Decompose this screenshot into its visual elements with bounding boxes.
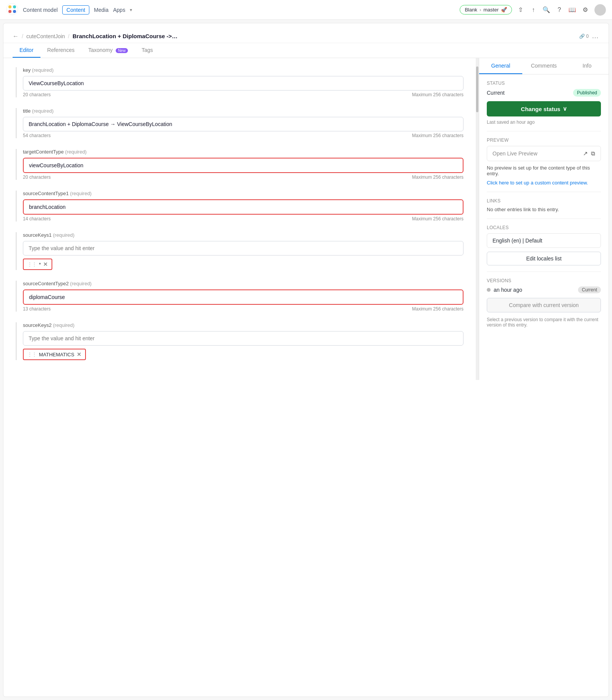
link-icon: 🔗	[579, 34, 585, 39]
logo	[6, 3, 18, 16]
topnav: Content model Content Media Apps ▾ Blank…	[0, 0, 612, 20]
preview-icon-group: ↗ ⧉	[583, 150, 595, 157]
tag-value: MATHEMATICS	[39, 352, 74, 357]
version-row: an hour ago Current	[487, 286, 601, 293]
upload-icon[interactable]: ↑	[530, 6, 537, 14]
nav-media[interactable]: Media	[94, 7, 108, 13]
field-targetcontenttype-meta: 20 characters Maximum 256 characters	[23, 175, 463, 180]
field-sourcekeys1-label: sourceKeys1 (required)	[23, 232, 463, 238]
field-sourcekeys1-input[interactable]	[23, 241, 463, 255]
svg-point-2	[13, 5, 16, 8]
field-key: key (required) 20 characters Maximum 256…	[16, 67, 463, 97]
right-panel-body: Status Current Published Change status ∨…	[479, 74, 609, 380]
field-sourcekeys2-input[interactable]	[23, 331, 463, 346]
change-status-button[interactable]: Change status ∨	[487, 101, 601, 116]
scrollbar-thumb[interactable]	[476, 66, 478, 112]
field-sourcecontenttype2-input[interactable]	[23, 289, 463, 305]
field-sourcecontenttype1-label: sourceContentType1 (required)	[23, 191, 463, 196]
field-sourcecontenttype1: sourceContentType1 (required) 14 charact…	[16, 191, 463, 221]
branch-selector[interactable]: Blank › master 🚀	[460, 5, 512, 15]
edit-locales-button[interactable]: Edit locales list	[487, 252, 601, 265]
last-saved-text: Last saved an hour ago	[487, 120, 601, 125]
right-tab-general[interactable]: General	[479, 58, 522, 74]
field-title-label: title (required)	[23, 108, 463, 114]
field-sourcecontenttype2-meta: 13 characters Maximum 256 characters	[23, 306, 463, 312]
scrollbar[interactable]	[476, 58, 479, 380]
field-targetcontenttype-input[interactable]	[23, 158, 463, 173]
current-label: Current	[487, 90, 505, 96]
setup-preview-link[interactable]: Click here to set up a custom content pr…	[487, 180, 588, 186]
editor-layout: key (required) 20 characters Maximum 256…	[3, 58, 609, 380]
entry-title: BranchLocation + DiplomaCourse ->…	[73, 33, 576, 39]
branch-arrow: ›	[480, 7, 481, 13]
book-icon[interactable]: 📖	[568, 6, 576, 14]
link-badge: 🔗 0	[579, 34, 589, 39]
nav-apps[interactable]: Apps	[113, 7, 125, 13]
taxonomy-new-badge: New	[116, 48, 128, 53]
branch-rocket: 🚀	[501, 7, 507, 13]
status-badge: Published	[573, 89, 601, 97]
tag-remove-button[interactable]: ✕	[77, 351, 81, 357]
sourcekeys2-tag-mathematics: ⋮⋮ MATHEMATICS ✕	[23, 349, 86, 360]
entry-header: ← / cuteContentJoin / BranchLocation + D…	[3, 23, 609, 43]
help-icon[interactable]: ?	[555, 6, 563, 14]
tab-taxonomy[interactable]: Taxonomy New	[81, 43, 135, 58]
nav-apps-chevron: ▾	[130, 7, 132, 13]
divider-preview	[487, 131, 601, 131]
chevron-down-icon: ∨	[563, 105, 567, 112]
compare-version-button[interactable]: Compare with current version	[487, 298, 601, 312]
version-current-badge: Current	[578, 286, 601, 293]
field-sourcecontenttype2: sourceContentType2 (required) 13 charact…	[16, 281, 463, 312]
svg-point-1	[8, 5, 11, 8]
field-title: title (required) 54 characters Maximum 2…	[16, 108, 463, 138]
more-options-button[interactable]: …	[592, 32, 599, 40]
tab-references[interactable]: References	[40, 43, 82, 58]
user-avatar[interactable]	[594, 4, 606, 16]
status-section-label: Status	[487, 81, 601, 86]
nav-content-model[interactable]: Content model	[23, 7, 58, 13]
copy-link-icon[interactable]: ⧉	[591, 150, 595, 157]
field-sourcekeys1: sourceKeys1 (required) ⋮⋮ * ✕	[16, 232, 463, 270]
topnav-actions: ⇧ ↑ 🔍 ? 📖 ⚙	[517, 4, 606, 16]
breadcrumb-space[interactable]: cuteContentJoin	[26, 33, 65, 39]
right-tab-info[interactable]: Info	[565, 58, 609, 74]
locales-section-label: Locales	[487, 225, 601, 230]
preview-box: Open Live Preview ↗ ⧉	[487, 146, 601, 161]
svg-point-4	[13, 10, 16, 13]
field-sourcecontenttype2-label: sourceContentType2 (required)	[23, 281, 463, 286]
sourcekeys2-tags: ⋮⋮ MATHEMATICS ✕	[23, 346, 463, 360]
svg-point-3	[8, 10, 11, 13]
divider-versions	[487, 272, 601, 272]
links-section-label: Links	[487, 198, 601, 204]
svg-point-0	[6, 3, 18, 15]
field-title-meta: 54 characters Maximum 256 characters	[23, 133, 463, 138]
search-icon[interactable]: 🔍	[543, 6, 550, 14]
right-tab-comments[interactable]: Comments	[522, 58, 565, 74]
field-key-label: key (required)	[23, 67, 463, 73]
field-key-input[interactable]	[23, 76, 463, 91]
field-sourcecontenttype1-input[interactable]	[23, 199, 463, 215]
breadcrumb-sep2: /	[68, 33, 69, 39]
tag-remove-button[interactable]: ✕	[43, 261, 48, 267]
tab-editor[interactable]: Editor	[13, 43, 40, 58]
versions-section-label: Versions	[487, 278, 601, 283]
locale-value: English (en) | Default	[487, 233, 601, 248]
sourcekeys1-tag-star: ⋮⋮ * ✕	[23, 259, 52, 270]
tab-tags[interactable]: Tags	[135, 43, 160, 58]
branch-blank: Blank	[465, 7, 477, 13]
right-panel: General Comments Info Status Current Pub…	[479, 58, 609, 380]
settings-icon[interactable]: ⚙	[581, 6, 589, 14]
external-link-icon[interactable]: ↗	[583, 150, 588, 157]
tag-value: *	[39, 262, 41, 267]
field-targetcontenttype-label: targetContentType (required)	[23, 149, 463, 155]
field-sourcekeys2: sourceKeys2 (required) ⋮⋮ MATHEMATICS ✕	[16, 322, 463, 360]
version-dot	[487, 288, 491, 292]
field-targetcontenttype: targetContentType (required) 20 characte…	[16, 149, 463, 180]
drag-handle-icon[interactable]: ⋮⋮	[27, 262, 37, 267]
share-icon[interactable]: ⇧	[517, 6, 524, 14]
drag-handle-icon[interactable]: ⋮⋮	[27, 352, 37, 357]
back-button[interactable]: ←	[13, 33, 19, 40]
breadcrumb-sep1: /	[22, 33, 23, 39]
field-title-input[interactable]	[23, 117, 463, 131]
nav-content[interactable]: Content	[62, 5, 89, 15]
